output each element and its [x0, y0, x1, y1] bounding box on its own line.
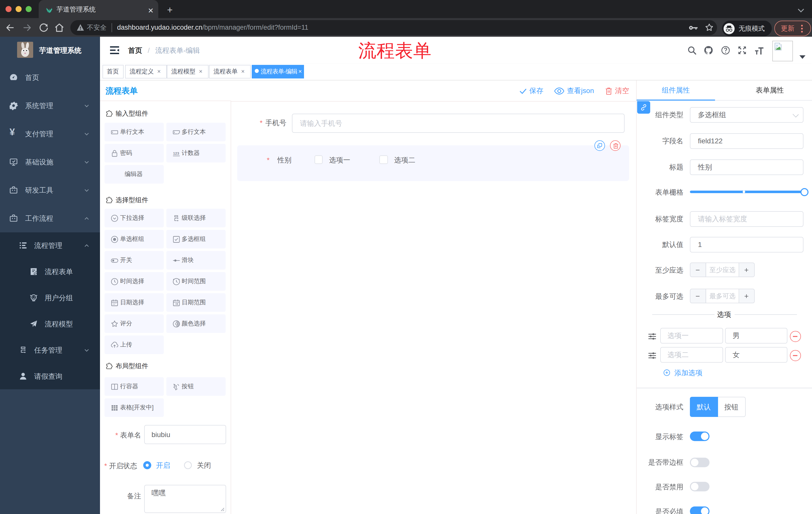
svg-text:123: 123 — [173, 151, 179, 155]
